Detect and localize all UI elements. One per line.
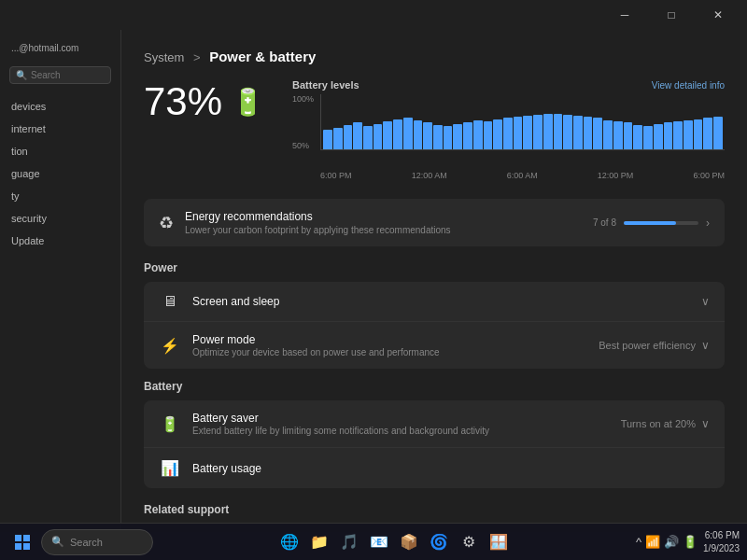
sidebar-item-devices[interactable]: devices xyxy=(0,95,120,118)
taskbar-icon-8[interactable]: 🪟 xyxy=(486,529,512,555)
volume-icon[interactable]: 🔊 xyxy=(664,535,679,549)
related-support-header: Related support xyxy=(144,503,725,516)
power-mode-right: Best power efficiency ∨ xyxy=(599,339,710,352)
chart-bar xyxy=(473,120,483,149)
chart-bar xyxy=(453,124,462,149)
taskbar-right: ^ 📶 🔊 🔋 6:06 PM 1/9/2023 xyxy=(636,529,740,555)
battery-saver-title: Battery saver xyxy=(192,412,610,425)
chart-y-label-100: 100% xyxy=(292,94,314,104)
screen-sleep-content: Screen and sleep xyxy=(192,295,690,308)
chart-bar xyxy=(463,122,472,149)
chart-bar xyxy=(664,122,673,149)
taskbar-search-text: Search xyxy=(70,537,103,548)
sidebar-item-tion[interactable]: tion xyxy=(0,140,120,162)
chart-bar xyxy=(554,114,563,149)
power-mode-row[interactable]: ⚡ Power mode Optimize your device based … xyxy=(144,322,725,369)
battery-saver-subtitle: Extend battery life by limiting some not… xyxy=(192,426,610,436)
title-bar: ─ □ ✕ xyxy=(0,0,747,30)
rec-progress-bar xyxy=(624,221,698,225)
breadcrumb-parent[interactable]: System xyxy=(144,50,184,64)
chart-bar xyxy=(374,124,383,149)
tray-chevron-icon[interactable]: ^ xyxy=(636,535,641,549)
battery-percent-text: 73% xyxy=(144,79,222,124)
taskbar-icon-4[interactable]: 📧 xyxy=(366,529,392,555)
sidebar-item-guage[interactable]: guage xyxy=(0,162,120,185)
chart-container: 100% 50% xyxy=(292,94,725,169)
chart-area xyxy=(320,94,725,150)
chart-x-labels: 6:00 PM 12:00 AM 6:00 AM 12:00 PM 6:00 P… xyxy=(320,171,725,180)
taskbar-icon-1[interactable]: 🌐 xyxy=(276,529,303,555)
clock-date: 1/9/2023 xyxy=(703,542,740,555)
sidebar-search[interactable]: 🔍 xyxy=(9,66,111,84)
sidebar: ...@hotmail.com 🔍 devices internet tion … xyxy=(0,30,121,532)
chart-bar xyxy=(393,119,402,149)
battery-usage-icon: 📊 xyxy=(159,459,181,477)
wifi-icon[interactable]: 📶 xyxy=(645,535,660,549)
chart-bar xyxy=(624,122,633,149)
sidebar-item-security[interactable]: security xyxy=(0,207,120,230)
taskbar-search-icon: 🔍 xyxy=(51,536,64,548)
power-mode-value: Best power efficiency xyxy=(599,340,696,351)
battery-icon: 🔋 xyxy=(232,87,264,118)
windows-logo-icon xyxy=(15,535,30,550)
clock-time: 6:06 PM xyxy=(703,529,740,542)
sidebar-item-internet[interactable]: internet xyxy=(0,118,120,140)
taskbar: 🔍 Search 🌐 📁 🎵 📧 📦 🌀 ⚙ 🪟 ^ 📶 🔊 🔋 6:06 PM… xyxy=(0,523,747,560)
search-input[interactable] xyxy=(31,70,105,80)
taskbar-icon-3[interactable]: 🎵 xyxy=(336,529,362,555)
chart-bar xyxy=(673,121,683,149)
content-area: ...@hotmail.com 🔍 devices internet tion … xyxy=(0,30,747,532)
chart-bar xyxy=(713,117,723,149)
chart-y-labels: 100% 50% xyxy=(292,94,314,150)
chart-bar xyxy=(543,114,553,149)
screen-sleep-title: Screen and sleep xyxy=(192,295,690,308)
chart-bar xyxy=(563,115,572,149)
chart-bar xyxy=(593,118,602,149)
taskbar-center: 🌐 📁 🎵 📧 📦 🌀 ⚙ 🪟 xyxy=(157,529,632,555)
rec-chevron-icon: › xyxy=(706,217,710,230)
chart-bar xyxy=(703,118,712,149)
chart-bar xyxy=(654,124,663,149)
screen-sleep-right: ∨ xyxy=(701,295,710,308)
taskbar-search-bar[interactable]: 🔍 Search xyxy=(41,529,153,555)
battery-saver-content: Battery saver Extend battery life by lim… xyxy=(192,412,610,436)
view-detailed-link[interactable]: View detailed info xyxy=(652,80,725,91)
battery-usage-row[interactable]: 📊 Battery usage xyxy=(144,448,725,488)
settings-window: ─ □ ✕ ...@hotmail.com 🔍 devices internet… xyxy=(0,0,747,532)
chart-bar xyxy=(633,125,642,149)
screen-sleep-row[interactable]: 🖥 Screen and sleep ∨ xyxy=(144,282,725,322)
battery-tray-icon[interactable]: 🔋 xyxy=(683,535,698,549)
taskbar-icon-6[interactable]: 🌀 xyxy=(426,529,452,555)
minimize-button[interactable]: ─ xyxy=(603,0,646,30)
chart-bar xyxy=(383,121,392,149)
maximize-button[interactable]: □ xyxy=(650,0,693,30)
breadcrumb-current: Power & battery xyxy=(209,49,316,64)
battery-saver-chevron: ∨ xyxy=(701,417,710,430)
chart-x-label-4: 12:00 PM xyxy=(598,171,634,180)
sidebar-item-ty[interactable]: ty xyxy=(0,185,120,207)
energy-recommendations-card[interactable]: ♻ Energy recommendations Lower your carb… xyxy=(144,199,725,246)
chart-bar xyxy=(684,120,693,149)
taskbar-icon-2[interactable]: 📁 xyxy=(306,529,332,555)
chart-bar xyxy=(613,121,623,149)
taskbar-clock[interactable]: 6:06 PM 1/9/2023 xyxy=(703,529,740,555)
taskbar-icon-5[interactable]: 📦 xyxy=(396,529,422,555)
power-mode-icon: ⚡ xyxy=(159,337,181,355)
chart-bar xyxy=(694,119,703,149)
close-button[interactable]: ✕ xyxy=(697,0,740,30)
start-button[interactable] xyxy=(7,527,37,557)
battery-saver-row[interactable]: 🔋 Battery saver Extend battery life by l… xyxy=(144,400,725,448)
chart-bar xyxy=(403,118,413,149)
chart-x-label-2: 12:00 AM xyxy=(412,171,447,180)
sidebar-item-update[interactable]: Update xyxy=(0,230,120,252)
rec-progress-area: 7 of 8 › xyxy=(593,217,710,230)
chart-bar xyxy=(344,125,353,149)
chart-bar xyxy=(573,116,583,149)
chart-bar xyxy=(643,126,653,149)
chart-bar xyxy=(584,117,593,149)
battery-saver-icon: 🔋 xyxy=(159,415,181,433)
battery-settings-card: 🔋 Battery saver Extend battery life by l… xyxy=(144,400,725,488)
taskbar-icon-7[interactable]: ⚙ xyxy=(456,529,482,555)
chart-bar xyxy=(423,122,432,149)
rec-count: 7 of 8 xyxy=(593,217,616,228)
